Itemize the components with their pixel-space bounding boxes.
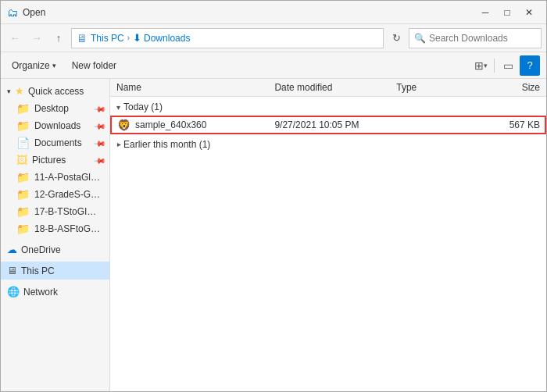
- view-controls: ⊞ ▾ ▭ ?: [470, 55, 540, 76]
- thispc-label: This PC: [21, 265, 55, 276]
- open-dialog: 🗂 Open ─ □ ✕ ← → ↑ 🖥 This PC › ⬇ Downloa…: [0, 0, 547, 392]
- help-button[interactable]: ?: [520, 55, 540, 76]
- view-icon: ⊞: [474, 59, 484, 72]
- window-icon: 🗂: [7, 6, 18, 19]
- sidebar-item-downloads[interactable]: 📁 Downloads 📌: [1, 117, 109, 134]
- quick-access-header[interactable]: ▾ ★ Quick access: [1, 82, 109, 100]
- sidebar-item-folder3[interactable]: 📁 17-B-TStoGIF-imag: [1, 203, 109, 220]
- network-header[interactable]: 🌐 Network: [1, 283, 109, 301]
- sidebar-item-pictures-label: Pictures: [32, 155, 66, 166]
- file-size: 567 KB: [475, 119, 546, 130]
- today-chevron: ▾: [116, 103, 120, 112]
- file-item-sample[interactable]: 🦁 sample_640x360 9/27/2021 10:05 PM 567 …: [110, 116, 546, 134]
- onedrive-section: ☁ OneDrive: [1, 241, 109, 258]
- sidebar-item-folder4[interactable]: 📁 18-B-ASFtoGIF-ima: [1, 220, 109, 237]
- main-content: ▾ ★ Quick access 📁 Desktop 📌 📁 Downloads…: [1, 79, 546, 391]
- sidebar-item-folder2[interactable]: 📁 12-GradeS-GlFtoVid: [1, 186, 109, 203]
- earlier-label: Earlier this month (1): [123, 139, 210, 150]
- address-toolbar: ← → ↑ 🖥 This PC › ⬇ Downloads ↻ 🔍: [1, 24, 546, 52]
- title-bar-left: 🗂 Open: [7, 6, 45, 19]
- network-section: 🌐 Network: [1, 283, 109, 301]
- minimize-button[interactable]: ─: [474, 2, 496, 23]
- address-bar[interactable]: 🖥 This PC › ⬇ Downloads: [71, 28, 384, 48]
- folder2-icon: 📁: [16, 188, 30, 201]
- sidebar-item-desktop[interactable]: 📁 Desktop 📌: [1, 100, 109, 117]
- address-pc-icon: 🖥: [77, 32, 88, 45]
- search-icon: 🔍: [414, 33, 426, 44]
- organize-dropdown-arrow: ▾: [52, 62, 56, 69]
- refresh-button[interactable]: ↻: [387, 29, 406, 48]
- title-bar: 🗂 Open ─ □ ✕: [1, 1, 546, 24]
- pane-button[interactable]: ▭: [498, 55, 518, 76]
- sidebar-item-folder1-label: 11-A-PostaGlFonIns: [34, 172, 102, 183]
- file-list-header: Name Date modified Type Size: [110, 79, 546, 97]
- thispc-section: 🖥 This PC: [1, 262, 109, 280]
- folder1-icon: 📁: [16, 171, 30, 184]
- maximize-button[interactable]: □: [496, 2, 518, 23]
- file-name-cell: 🦁 sample_640x360: [110, 118, 268, 132]
- sidebar-item-folder3-label: 17-B-TStoGIF-imag: [34, 206, 102, 217]
- folder4-icon: 📁: [16, 223, 30, 235]
- organize-label: Organize: [12, 60, 50, 71]
- pictures-folder-icon: 🖼: [16, 154, 27, 166]
- close-button[interactable]: ✕: [518, 2, 540, 23]
- folder3-icon: 📁: [16, 205, 30, 218]
- quick-access-label: Quick access: [28, 86, 84, 97]
- group-earlier[interactable]: ▾ Earlier this month (1): [110, 134, 546, 153]
- col-header-date[interactable]: Date modified: [268, 82, 390, 93]
- view-layout-button[interactable]: ⊞ ▾: [470, 55, 491, 76]
- col-header-size[interactable]: Size: [475, 82, 546, 93]
- forward-button[interactable]: →: [27, 29, 46, 48]
- desktop-pin-icon: 📌: [94, 102, 106, 115]
- downloads-folder-icon: 📁: [16, 119, 30, 132]
- new-folder-button[interactable]: New folder: [67, 55, 121, 76]
- onedrive-icon: ☁: [7, 244, 17, 255]
- action-toolbar: Organize ▾ New folder ⊞ ▾ ▭ ?: [1, 52, 546, 79]
- downloads-pin-icon: 📌: [94, 119, 106, 132]
- onedrive-label: OneDrive: [21, 244, 61, 255]
- col-header-name[interactable]: Name: [110, 82, 268, 93]
- view-dropdown-arrow: ▾: [484, 62, 488, 69]
- quick-access-chevron: ▾: [7, 87, 11, 95]
- pc-icon: 🖥: [7, 265, 17, 276]
- sidebar-item-documents[interactable]: 📄 Documents 📌: [1, 134, 109, 151]
- address-download-icon: ⬇: [133, 32, 141, 44]
- quick-access-icon: ★: [15, 85, 24, 97]
- file-list: Name Date modified Type Size ▾ Today (1)…: [110, 79, 546, 391]
- sidebar-item-desktop-label: Desktop: [34, 103, 69, 114]
- pane-icon: ▭: [503, 59, 513, 72]
- title-bar-controls: ─ □ ✕: [474, 2, 540, 23]
- help-label: ?: [527, 59, 532, 71]
- address-thispc: This PC: [91, 33, 124, 44]
- thispc-header[interactable]: 🖥 This PC: [1, 262, 109, 280]
- view-separator: [494, 59, 495, 73]
- sidebar-item-pictures[interactable]: 🖼 Pictures 📌: [1, 151, 109, 169]
- sidebar-item-folder1[interactable]: 📁 11-A-PostaGlFonIns: [1, 169, 109, 186]
- earlier-chevron: ▾: [114, 143, 123, 147]
- network-label: Network: [23, 287, 58, 298]
- search-box[interactable]: 🔍: [409, 28, 542, 48]
- address-chevron: ›: [127, 34, 130, 42]
- network-icon: 🌐: [7, 286, 20, 298]
- sidebar-item-folder2-label: 12-GradeS-GlFtoVid: [34, 189, 102, 200]
- sidebar-item-downloads-label: Downloads: [34, 120, 80, 131]
- pictures-pin-icon: 📌: [94, 154, 106, 166]
- documents-folder-icon: 📄: [16, 137, 30, 149]
- up-button[interactable]: ↑: [49, 29, 68, 48]
- today-label: Today (1): [123, 102, 163, 112]
- new-folder-label: New folder: [72, 60, 116, 71]
- address-downloads: ⬇ Downloads: [133, 32, 190, 44]
- organize-button[interactable]: Organize ▾: [7, 55, 61, 76]
- back-button[interactable]: ←: [5, 29, 24, 48]
- col-header-type[interactable]: Type: [390, 82, 475, 93]
- sidebar-item-documents-label: Documents: [34, 137, 82, 148]
- search-input[interactable]: [429, 33, 546, 44]
- group-today[interactable]: ▾ Today (1): [110, 97, 546, 116]
- sidebar-item-folder4-label: 18-B-ASFtoGIF-ima: [34, 223, 102, 234]
- sidebar: ▾ ★ Quick access 📁 Desktop 📌 📁 Downloads…: [1, 79, 110, 391]
- onedrive-header[interactable]: ☁ OneDrive: [1, 241, 109, 258]
- desktop-folder-icon: 📁: [16, 102, 30, 115]
- quick-access-section: ▾ ★ Quick access 📁 Desktop 📌 📁 Downloads…: [1, 82, 109, 237]
- vlc-icon: 🦁: [116, 118, 130, 132]
- window-title: Open: [23, 7, 45, 18]
